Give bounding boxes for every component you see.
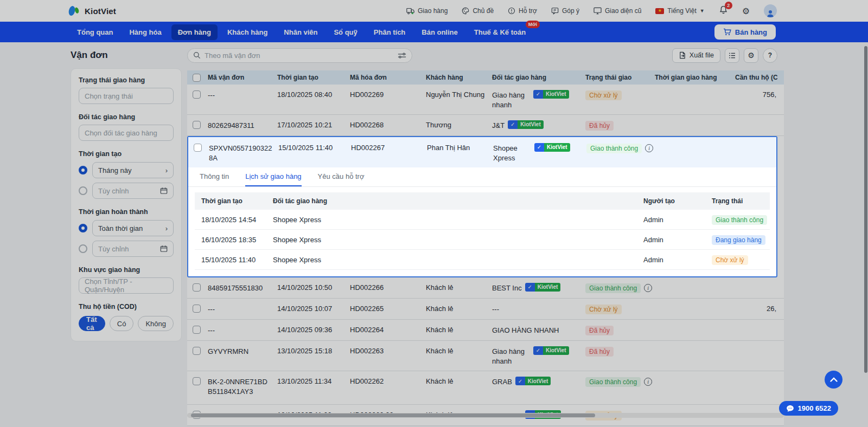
cod-yes-pill[interactable]: Có: [110, 316, 134, 331]
user-avatar[interactable]: [764, 4, 777, 17]
help-button[interactable]: ?: [763, 48, 777, 63]
export-button[interactable]: Xuất file: [672, 48, 720, 63]
table-row[interactable]: --- 14/10/2025 09:36 HD002264 Khách lẻ G…: [187, 320, 784, 341]
completed-custom-select[interactable]: Tùy chỉnh: [92, 241, 174, 257]
table-row[interactable]: GYVYRMRN 13/10/2025 15:18 HD002263 Khách…: [187, 341, 784, 371]
row-checkbox[interactable]: [194, 144, 202, 152]
created-custom-select[interactable]: Tùy chỉnh: [92, 183, 174, 199]
filter-card: Trạng thái giao hàng Chọn trạng thái Đối…: [71, 68, 182, 341]
status-badge: Giao thành công: [712, 215, 767, 225]
filter-sliders-icon[interactable]: [398, 52, 406, 59]
table-row[interactable]: --- 18/10/2025 08:40 HD002269 Nguyễn Thị…: [187, 85, 784, 115]
hotline-button[interactable]: 1900 6522: [779, 401, 838, 416]
topmenu-theme[interactable]: Chủ đề: [462, 7, 494, 15]
info-icon[interactable]: i: [644, 378, 652, 386]
kiotviet-logo-icon: [67, 4, 81, 18]
info-icon[interactable]: i: [644, 284, 652, 292]
nav-ban-online[interactable]: Bán online: [415, 24, 464, 40]
new-badge: Mới: [526, 21, 540, 28]
cell-invoice: HD002263: [350, 347, 426, 355]
cell-created: 14/10/2025 10:07: [277, 305, 350, 313]
cod-no-pill[interactable]: Không: [138, 316, 174, 331]
old-ui-icon: [593, 7, 602, 15]
nav-hang-hoa[interactable]: Hàng hóa: [123, 24, 168, 40]
cell-customer: Thương: [426, 121, 492, 129]
area-filter-label: Khu vực giao hàng: [79, 266, 174, 274]
nav-label: Thuế & Kế toán: [474, 28, 526, 36]
partner-filter-select[interactable]: Chọn đối tác giao hàng: [79, 125, 174, 141]
created-preset-select[interactable]: Tháng này ›: [92, 162, 174, 178]
completed-custom-radio[interactable]: [79, 244, 87, 253]
horizontal-scrollbar-thumb[interactable]: [191, 413, 595, 417]
vertical-scrollbar-thumb[interactable]: [864, 46, 867, 373]
area-filter-select[interactable]: Chọn Tỉnh/TP - Quận/Huyện: [79, 277, 174, 294]
status-filter-select[interactable]: Chọn trạng thái: [79, 88, 174, 104]
horizontal-scrollbar: [187, 413, 784, 418]
search-input[interactable]: [205, 51, 394, 60]
cod-all-pill[interactable]: Tất cả: [79, 316, 105, 331]
scroll-to-top-button[interactable]: [825, 371, 843, 389]
table-row[interactable]: BK-2-0NNRE71BDB51184X1AY3 13/10/2025 11:…: [187, 371, 784, 405]
cell-partner: GRAB: [492, 377, 512, 387]
history-row: 15/10/2025 11:40 Shopee Xpress Admin Chờ…: [195, 250, 770, 270]
partner-filter-label: Đối tác giao hàng: [79, 113, 174, 121]
cell-customer: Khách lẻ: [426, 347, 492, 355]
nav-tong-quan[interactable]: Tổng quan: [71, 24, 119, 40]
cell-created: 17/10/2025 10:21: [277, 121, 350, 129]
kiotviet-partner-badge: ✓KiotViet: [525, 283, 561, 292]
table-row[interactable]: --- 14/10/2025 10:07 HD002265 Khách lẻ -…: [187, 299, 784, 320]
nav-thue-ke-toan[interactable]: Thuế & Kế toán Mới: [468, 24, 532, 40]
nav-phan-tich[interactable]: Phân tích: [367, 24, 412, 40]
notifications-button[interactable]: 2: [719, 5, 728, 17]
cell-invoice: HD002264: [350, 326, 426, 334]
selected-row[interactable]: SPXVN05571903228A 15/10/2025 11:40 HD002…: [188, 137, 776, 167]
row-checkbox[interactable]: [193, 377, 201, 385]
kiotviet-badge-label: KiotViet: [544, 143, 570, 152]
language-selector[interactable]: ★ Tiếng Việt ▼: [655, 7, 704, 15]
tab-yeu-cau-ho-tro[interactable]: Yêu cầu hỗ trợ: [318, 167, 365, 186]
nav-nhan-vien[interactable]: Nhân viên: [277, 24, 324, 40]
kiotviet-partner-badge: ✓KiotViet: [515, 377, 551, 385]
row-checkbox[interactable]: [193, 326, 201, 334]
completed-preset-select[interactable]: Toàn thời gian ›: [92, 220, 174, 236]
detail-tabs: Thông tin Lịch sử giao hàng Yêu cầu hỗ t…: [188, 167, 776, 187]
export-button-label: Xuất file: [690, 51, 714, 59]
cell-customer: Khách lẻ: [426, 283, 492, 292]
tab-lich-su-giao-hang[interactable]: Lịch sử giao hàng: [245, 167, 301, 186]
cod-filter-label: Thu hộ tiền (COD): [79, 303, 174, 310]
completed-preset-radio[interactable]: [79, 224, 87, 232]
topmenu-support[interactable]: Hỗ trợ: [508, 7, 537, 15]
status-badge: Giao thành công: [585, 283, 641, 293]
status-badge: Chờ xử lý: [712, 255, 748, 265]
nav-so-quy[interactable]: Sổ quỹ: [327, 24, 363, 40]
row-checkbox[interactable]: [193, 347, 201, 355]
row-checkbox[interactable]: [193, 121, 201, 129]
select-all-checkbox[interactable]: [193, 74, 201, 82]
cell-customer: Nguyễn Thị Chung: [426, 90, 492, 99]
table-row[interactable]: 84859175551830 14/10/2025 10:50 HD002266…: [187, 277, 784, 299]
nav-khach-hang[interactable]: Khách hàng: [221, 24, 274, 40]
kiotviet-badge-label: KiotViet: [518, 120, 544, 129]
cell-code: ---: [208, 90, 277, 100]
row-checkbox[interactable]: [193, 90, 201, 99]
calendar-icon: [160, 245, 168, 253]
nav-don-hang[interactable]: Đơn hàng: [171, 24, 218, 40]
status-badge: Đang giao hàng: [712, 235, 765, 245]
table-row[interactable]: 802629487311 17/10/2025 10:21 HD002268 T…: [187, 115, 784, 136]
info-icon[interactable]: i: [645, 144, 653, 152]
created-preset-radio[interactable]: [79, 166, 87, 174]
table-settings-button[interactable]: ⚙: [744, 48, 758, 63]
search-box: [187, 48, 412, 63]
topmenu-feedback[interactable]: Góp ý: [551, 7, 579, 15]
columns-button[interactable]: [725, 48, 739, 63]
sell-button[interactable]: Bán hàng: [714, 24, 776, 40]
tab-thong-tin[interactable]: Thông tin: [200, 167, 229, 186]
row-checkbox[interactable]: [193, 283, 201, 292]
topmenu-old-ui[interactable]: Giao diện cũ: [593, 7, 641, 15]
settings-button[interactable]: ⚙: [742, 6, 750, 16]
created-custom-radio[interactable]: [79, 186, 87, 195]
kiotviet-badge-label: KiotViet: [543, 346, 569, 355]
cell-customer: Phan Thị Hân: [427, 144, 493, 152]
row-checkbox[interactable]: [193, 305, 201, 313]
topmenu-delivery[interactable]: Giao hàng: [406, 7, 448, 15]
